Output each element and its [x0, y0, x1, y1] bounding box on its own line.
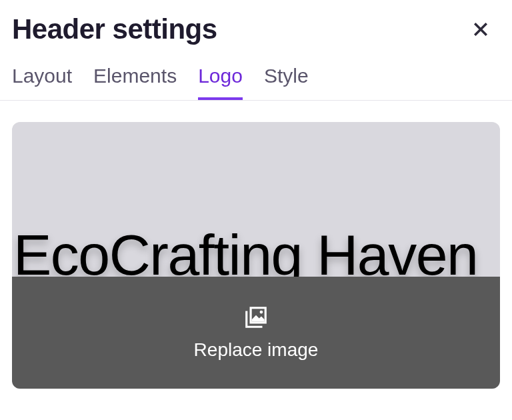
- replace-image-button[interactable]: Replace image: [12, 277, 500, 389]
- image-stack-icon: [243, 305, 269, 330]
- content-area: EcoCrafting Haven Replace image: [0, 101, 512, 389]
- close-button[interactable]: [467, 15, 495, 43]
- tab-logo[interactable]: Logo: [198, 64, 243, 100]
- tab-layout[interactable]: Layout: [12, 64, 72, 100]
- close-icon: [471, 19, 491, 39]
- panel-title: Header settings: [12, 13, 217, 45]
- panel-header: Header settings: [0, 0, 512, 45]
- tab-style[interactable]: Style: [264, 64, 309, 100]
- svg-point-2: [260, 311, 263, 314]
- tab-elements[interactable]: Elements: [93, 64, 177, 100]
- replace-image-label: Replace image: [194, 339, 319, 361]
- tabs: Layout Elements Logo Style: [0, 45, 512, 101]
- logo-preview[interactable]: EcoCrafting Haven Replace image: [12, 122, 500, 389]
